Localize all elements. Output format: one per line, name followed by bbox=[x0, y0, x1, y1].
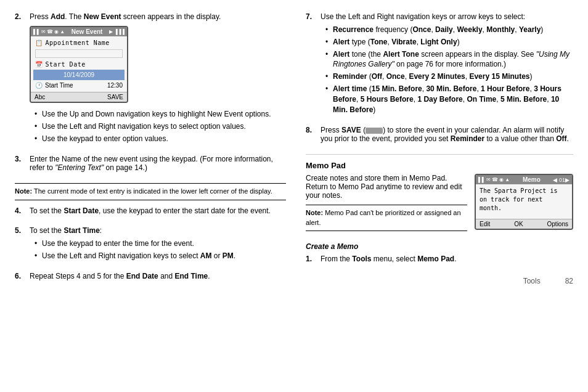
phone-icon: ☎ bbox=[47, 29, 53, 35]
appointment-label: Appointment Name bbox=[46, 39, 110, 47]
step-6-num: 6. bbox=[15, 272, 25, 284]
appointment-label-row: 📋 Appointment Name bbox=[33, 38, 125, 48]
step-7-num: 7. bbox=[306, 12, 316, 118]
step-5-num: 5. bbox=[15, 226, 25, 265]
step-8: 8. Press SAVE () to store the event in y… bbox=[306, 126, 573, 147]
bullet-5-1: Use the keypad to enter the time for the… bbox=[35, 239, 286, 249]
start-date-value: 10/14/2009 bbox=[63, 71, 94, 79]
device-screen-1: ▌▌ ✉ ☎ ◉ ▲ New Event ▶ ▐▐▐ bbox=[30, 26, 128, 103]
step-7-content: Use the Left and Right navigation keys o… bbox=[321, 12, 573, 118]
step-2-text: Press Add. The New Event screen appears … bbox=[30, 12, 286, 21]
step-5-text: To set the Start Time: bbox=[30, 226, 286, 235]
note-text: The current mode of text entry is indica… bbox=[34, 187, 272, 195]
memo-note-label: Note: bbox=[306, 209, 323, 216]
appointment-input-row bbox=[35, 49, 123, 58]
memo-loc-icon: ◉ bbox=[499, 177, 504, 182]
step-8-num: 8. bbox=[306, 126, 316, 147]
step-3-num: 3. bbox=[15, 155, 25, 176]
loc-icon: ◉ bbox=[54, 29, 59, 35]
create-memo-step-text: From the Tools menu, select Memo Pad. bbox=[321, 255, 573, 263]
memo-body-text: The Sparta Project is on track for next … bbox=[480, 187, 568, 213]
bullet-2-3: Use the keypad to enter option values. bbox=[35, 134, 286, 144]
step-2-content: Press Add. The New Event screen appears … bbox=[30, 12, 286, 147]
bullet-7-5: Alert time (15 Min. Before, 30 Min. Befo… bbox=[325, 84, 573, 115]
memo-msg-icon: ✉ bbox=[486, 177, 491, 182]
page-footer: Tools 82 bbox=[306, 277, 573, 285]
left-column: 2. Press Add. The New Event screen appea… bbox=[15, 12, 286, 292]
memo-footer-ok: OK bbox=[514, 221, 523, 227]
appointment-icon: 📋 bbox=[35, 39, 43, 47]
start-time-value: 12:30 bbox=[107, 81, 123, 89]
step-5: 5. To set the Start Time: Use the keypad… bbox=[15, 226, 286, 265]
step-3-content: Enter the Name of the new event using th… bbox=[30, 155, 286, 176]
create-memo-step-1: 1. From the Tools menu, select Memo Pad. bbox=[306, 255, 573, 267]
start-date-label-row: 📅 Start Date bbox=[33, 59, 125, 70]
start-date-label: Start Date bbox=[46, 60, 86, 68]
bullet-7-3: Alert tone (the Alert Tone screen appear… bbox=[325, 49, 573, 70]
bullet-2-2: Use the Left and Right navigation keys t… bbox=[35, 121, 286, 132]
memo-phone-icon: ☎ bbox=[492, 177, 498, 182]
step-7: 7. Use the Left and Right navigation key… bbox=[306, 12, 573, 118]
arrow-icon: ▶ bbox=[109, 29, 113, 35]
memo-icons-left: ▌▌ ✉ ☎ ◉ ▲ bbox=[478, 177, 510, 182]
step-5-content: To set the Start Time: Use the keypad to… bbox=[30, 226, 286, 265]
start-time-label: Start Time bbox=[45, 81, 73, 89]
alarm-icon: ▲ bbox=[60, 29, 65, 35]
step-2: 2. Press Add. The New Event screen appea… bbox=[15, 12, 286, 147]
footer-section: Tools bbox=[523, 277, 541, 285]
memo-screen-title-bar: ▌▌ ✉ ☎ ◉ ▲ Memo ◀ 01▶ bbox=[476, 175, 572, 184]
step-3-text: Enter the Name of the new event using th… bbox=[30, 155, 286, 172]
note-label: Note: bbox=[15, 187, 32, 195]
step-5-bullets: Use the keypad to enter the time for the… bbox=[30, 239, 286, 261]
step-6: 6. Repeat Steps 4 and 5 for the End Date… bbox=[15, 272, 286, 284]
memo-device: ▌▌ ✉ ☎ ◉ ▲ Memo ◀ 01▶ The Sparta Project… bbox=[475, 174, 573, 237]
screen-title-bar: ▌▌ ✉ ☎ ◉ ▲ New Event ▶ ▐▐▐ bbox=[31, 27, 127, 36]
memo-text-area: Create notes and store them in Memo Pad.… bbox=[306, 174, 467, 237]
memo-screen-footer: Edit OK Options bbox=[476, 219, 572, 229]
step-6-content: Repeat Steps 4 and 5 for the End Date an… bbox=[30, 272, 286, 284]
memo-page-indicator: ◀ 01▶ bbox=[553, 177, 570, 183]
bullet-5-2: Use the Left and Right navigation keys t… bbox=[35, 251, 286, 261]
footer-abc: Abc bbox=[35, 94, 45, 100]
note-box: Note: The current mode of text entry is … bbox=[15, 183, 286, 200]
calendar-icon: 📅 bbox=[35, 60, 43, 68]
signal-icon: ▌▌ bbox=[33, 29, 40, 35]
memo-note-box: Note: Memo Pad can't be prioritized or a… bbox=[306, 205, 467, 231]
bullet-7-4: Reminder (Off, Once, Every 2 Minutes, Ev… bbox=[325, 71, 573, 82]
memo-intro: Create notes and store them in Memo Pad.… bbox=[306, 174, 467, 200]
step-7-intro: Use the Left and Right navigation keys o… bbox=[321, 12, 573, 21]
screen-footer: Abc SAVE bbox=[31, 92, 127, 102]
battery-icon: ▐▐▐ bbox=[114, 29, 125, 35]
step-6-text: Repeat Steps 4 and 5 for the End Date an… bbox=[30, 272, 286, 280]
clock-icon: 🕐 bbox=[35, 81, 43, 89]
screen-icons-right: ▶ ▐▐▐ bbox=[109, 29, 125, 35]
bullet-7-1: Recurrence frequency (Once, Daily, Weekl… bbox=[325, 25, 573, 35]
memo-footer-edit: Edit bbox=[480, 221, 490, 227]
step-4-text: To set the Start Date, use the keypad to… bbox=[30, 206, 286, 215]
msg-icon: ✉ bbox=[41, 29, 46, 35]
step-7-bullets: Recurrence frequency (Once, Daily, Weekl… bbox=[321, 25, 573, 115]
create-memo-step-num: 1. bbox=[306, 255, 316, 267]
memo-section: Create notes and store them in Memo Pad.… bbox=[306, 174, 573, 237]
memo-note-text: Memo Pad can't be prioritized or assigne… bbox=[306, 209, 461, 226]
step-8-text: Press SAVE () to store the event in your… bbox=[321, 126, 573, 143]
memo-footer-options: Options bbox=[547, 221, 568, 227]
step-4: 4. To set the Start Date, use the keypad… bbox=[15, 206, 286, 219]
create-memo-heading: Create a Memo bbox=[306, 242, 573, 251]
start-date-value-row: 10/14/2009 bbox=[33, 70, 125, 80]
step-4-content: To set the Start Date, use the keypad to… bbox=[30, 206, 286, 219]
right-column: 7. Use the Left and Right navigation key… bbox=[306, 12, 573, 292]
footer-page-num: 82 bbox=[565, 277, 573, 285]
step-2-num: 2. bbox=[15, 12, 25, 147]
start-time-row: 🕐 Start Time 12:30 bbox=[33, 80, 125, 91]
bullet-2-1: Use the Up and Down navigation keys to h… bbox=[35, 109, 286, 120]
step-2-bullets: Use the Up and Down navigation keys to h… bbox=[30, 109, 286, 144]
screen-icons-left: ▌▌ ✉ ☎ ◉ ▲ bbox=[33, 29, 65, 35]
bullet-7-2: Alert type (Tone, Vibrate, Light Only) bbox=[325, 37, 573, 47]
footer-save: SAVE bbox=[107, 94, 123, 100]
screen-body: 📋 Appointment Name 📅 Start Date 10/14/20… bbox=[31, 36, 127, 92]
memo-screen-body: The Sparta Project is on track for next … bbox=[476, 184, 572, 219]
memo-pad-heading: Memo Pad bbox=[306, 161, 573, 170]
memo-alarm-icon: ▲ bbox=[505, 177, 510, 182]
memo-screen: ▌▌ ✉ ☎ ◉ ▲ Memo ◀ 01▶ The Sparta Project… bbox=[475, 174, 573, 230]
